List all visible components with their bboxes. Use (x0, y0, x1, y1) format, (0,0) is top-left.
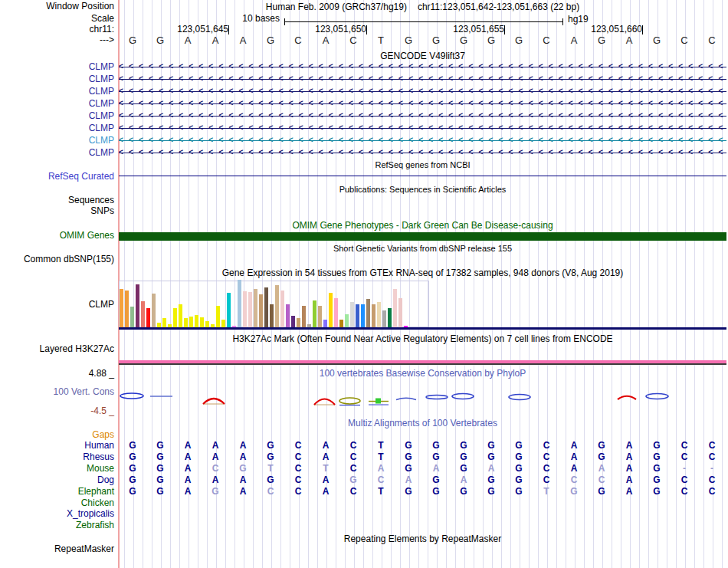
gtex-tissue-bar[interactable] (297, 318, 300, 327)
alignment-base: G (422, 487, 450, 497)
gtex-tissue-bar[interactable] (361, 304, 365, 327)
gtex-tissue-bar[interactable] (270, 304, 274, 327)
gtex-tissue-bar[interactable] (264, 287, 268, 327)
gtex-tissue-bar[interactable] (382, 310, 386, 327)
multiz-gaps-label[interactable]: Gaps (0, 430, 114, 440)
gtex-tissue-bar[interactable] (280, 291, 284, 327)
gtex-tissue-bar[interactable] (377, 302, 381, 327)
gtex-tissue-bar[interactable] (339, 320, 343, 327)
publications-track-title: Publications: Sequences in Scientific Ar… (119, 185, 726, 195)
gencode-transcript-item[interactable]: <<<<<<<<<<<<<<<<<<<<<<<<<<<<<<<<<<<<<<<<… (119, 99, 726, 109)
multiz-species-label[interactable]: Elephant (0, 487, 114, 497)
gtex-tissue-bar[interactable] (125, 291, 129, 327)
gtex-tissue-bar[interactable] (302, 306, 306, 327)
gtex-tissue-bar[interactable] (238, 280, 241, 327)
gtex-tissue-bar[interactable] (350, 302, 354, 327)
alignment-base: A (174, 464, 202, 474)
gtex-gene-label[interactable]: CLMP (0, 300, 114, 310)
multiz-species-label[interactable]: Zebrafish (0, 520, 114, 530)
omim-gene-bar[interactable] (119, 232, 726, 241)
gtex-tissue-bar[interactable] (345, 314, 349, 327)
gencode-gene-label[interactable]: CLMP (0, 111, 114, 121)
omim-genes-label[interactable]: OMIM Genes (0, 231, 114, 241)
gencode-transcript-item[interactable]: <<<<<<<<<<<<<<<<<<<<<<<<<<<<<<<<<<<<<<<<… (119, 111, 726, 121)
reference-base: A (560, 35, 588, 45)
gencode-gene-label[interactable]: CLMP (0, 148, 114, 158)
multiz-species-label[interactable]: Dog (0, 475, 114, 485)
gencode-gene-label[interactable]: CLMP (0, 62, 114, 72)
gtex-tissue-bar[interactable] (259, 294, 263, 327)
gtex-tissue-bar[interactable] (120, 289, 123, 327)
multiz-species-label[interactable]: Human (0, 441, 114, 451)
alignment-base: G (119, 487, 146, 497)
gtex-tissue-bar[interactable] (366, 299, 370, 327)
phylop-min-value: -4.5 _ (0, 406, 114, 416)
gtex-tissue-bar[interactable] (286, 304, 290, 327)
refseq-curated-label[interactable]: RefSeq Curated (0, 172, 114, 182)
reference-base: G (257, 35, 284, 45)
gtex-tissue-bar[interactable] (356, 304, 359, 327)
multiz-species-label[interactable]: Rhesus (0, 452, 114, 462)
gencode-transcript-item[interactable]: <<<<<<<<<<<<<<<<<<<<<<<<<<<<<<<<<<<<<<<<… (119, 136, 726, 146)
alignment-base: C (533, 441, 560, 451)
gtex-tissue-bar[interactable] (221, 320, 225, 327)
refseq-curated-item[interactable] (119, 176, 726, 176)
gtex-tissue-bar[interactable] (184, 318, 188, 327)
gtex-tissue-bar[interactable] (248, 292, 252, 327)
gtex-tissue-bar[interactable] (136, 284, 139, 327)
gtex-tissue-bar[interactable] (329, 293, 333, 327)
gtex-tissue-bar[interactable] (313, 300, 316, 327)
gtex-tissue-bar[interactable] (388, 308, 392, 327)
gtex-tissue-bar[interactable] (189, 317, 193, 327)
alignment-base: G (257, 452, 284, 462)
gtex-tissue-bar[interactable] (334, 298, 338, 327)
alignment-base: G (643, 441, 671, 451)
gtex-tissue-bar[interactable] (393, 289, 397, 327)
phylop-track-label[interactable]: 100 Vert. Cons (0, 387, 114, 397)
repeatmasker-track-label[interactable]: RepeatMasker (0, 544, 114, 554)
gtex-tissue-bar[interactable] (146, 308, 150, 327)
gtex-tissue-bar[interactable] (323, 320, 327, 327)
publications-sequences-label[interactable]: Sequences (0, 195, 114, 205)
alignment-base: G (146, 464, 174, 474)
publications-snps-label[interactable]: SNPs (0, 206, 114, 216)
gtex-tissue-bar[interactable] (318, 306, 322, 327)
alignment-base: C (284, 464, 312, 474)
gencode-transcript-item[interactable]: <<<<<<<<<<<<<<<<<<<<<<<<<<<<<<<<<<<<<<<<… (119, 123, 726, 133)
gtex-tissue-bar[interactable] (275, 285, 279, 327)
gtex-tissue-bar[interactable] (243, 291, 247, 327)
gtex-tissue-bar[interactable] (216, 306, 220, 327)
gtex-tissue-bar[interactable] (141, 301, 145, 327)
alignment-base: G (560, 487, 588, 497)
gtex-tissue-bar[interactable] (291, 316, 295, 327)
multiz-species-label[interactable]: X_tropicalis (0, 509, 114, 519)
dbsnp-track-label[interactable]: Common dbSNP(155) (0, 254, 114, 264)
alignment-base: A (560, 452, 588, 462)
gtex-tissue-bar[interactable] (254, 289, 257, 327)
gencode-transcript-item[interactable]: <<<<<<<<<<<<<<<<<<<<<<<<<<<<<<<<<<<<<<<<… (119, 62, 726, 72)
gencode-gene-label[interactable]: CLMP (0, 123, 114, 133)
gtex-tissue-bar[interactable] (227, 293, 231, 327)
gencode-transcript-item[interactable]: <<<<<<<<<<<<<<<<<<<<<<<<<<<<<<<<<<<<<<<<… (119, 148, 726, 158)
gencode-gene-label[interactable]: CLMP (0, 87, 114, 97)
gencode-gene-label[interactable]: CLMP (0, 99, 114, 109)
gtex-tissue-bar[interactable] (372, 304, 375, 327)
gencode-gene-label[interactable]: CLMP (0, 74, 114, 84)
h3k27ac-track-label[interactable]: Layered H3K27Ac (0, 344, 114, 354)
gencode-gene-label[interactable]: CLMP (0, 136, 114, 146)
gtex-tissue-bar[interactable] (398, 298, 402, 327)
gencode-transcript-item[interactable]: <<<<<<<<<<<<<<<<<<<<<<<<<<<<<<<<<<<<<<<<… (119, 87, 726, 97)
conservation-marks[interactable] (119, 387, 726, 414)
gtex-tissue-bar[interactable] (162, 318, 166, 327)
gtex-tissue-bar[interactable] (200, 317, 204, 327)
gtex-tissue-bar[interactable] (179, 304, 182, 327)
gtex-tissue-bar[interactable] (205, 321, 209, 327)
gtex-tissue-bar[interactable] (152, 294, 156, 327)
multiz-species-label[interactable]: Chicken (0, 498, 114, 508)
gtex-tissue-bar[interactable] (130, 307, 134, 327)
alignment-base: A (229, 487, 257, 497)
multiz-species-label[interactable]: Mouse (0, 464, 114, 474)
gtex-tissue-bar[interactable] (173, 308, 177, 327)
gtex-tissue-bar[interactable] (195, 315, 198, 327)
gencode-transcript-item[interactable]: <<<<<<<<<<<<<<<<<<<<<<<<<<<<<<<<<<<<<<<<… (119, 74, 726, 84)
